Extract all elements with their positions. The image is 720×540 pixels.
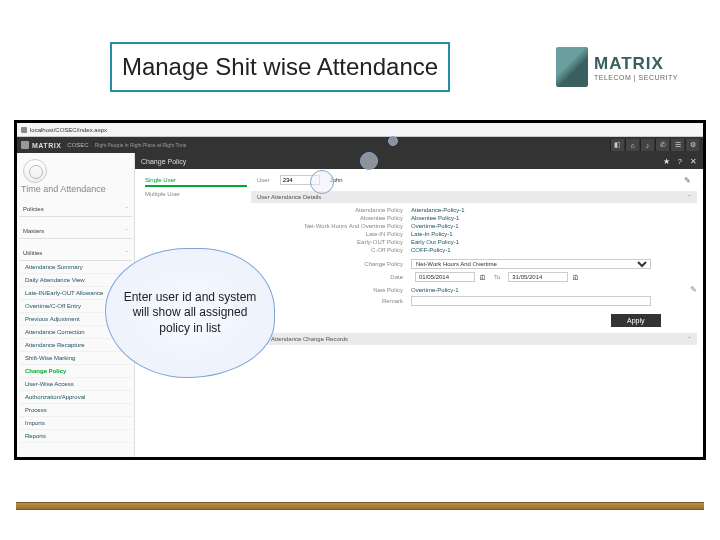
url-bar[interactable]: localhost/COSEC/index.aspx — [17, 123, 703, 137]
topbar-icon-bell[interactable]: ♪ — [640, 139, 654, 151]
nav-section-masters[interactable]: Masters˅ — [19, 225, 132, 239]
nav-item[interactable]: Process — [19, 404, 132, 417]
logo-sub: TELECOM | SECURITY — [594, 74, 678, 81]
panel-close-icon[interactable]: ✕ — [690, 157, 697, 166]
chevron-down-icon: ˅ — [688, 336, 691, 343]
nav-item[interactable]: Authorization/Approval — [19, 391, 132, 404]
panel-help-icon[interactable]: ? — [678, 157, 682, 166]
panel-header: Change Policy ★ ? ✕ — [135, 153, 703, 169]
footer-rule — [16, 502, 704, 510]
edit-icon[interactable]: ✎ — [690, 285, 697, 294]
chevron-down-icon: ˅ — [125, 206, 128, 213]
policy-value: Early Out Policy-1 — [411, 239, 459, 245]
panel-fav-icon[interactable]: ★ — [663, 157, 670, 166]
chevron-down-icon: ˅ — [125, 228, 128, 235]
policy-value: Late-In Policy-1 — [411, 231, 453, 237]
url-text: localhost/COSEC/index.aspx — [30, 127, 107, 133]
topbar-icon-menu[interactable]: ☰ — [670, 139, 684, 151]
callout-bubble-icon — [360, 152, 378, 170]
calendar-icon[interactable]: 🗓 — [572, 274, 579, 281]
nav-item[interactable]: Shift-Wise Marking — [19, 352, 132, 365]
nav-item-change-policy[interactable]: Change Policy — [19, 365, 132, 378]
records-header[interactable]: User Attendance Change Records ˅ — [251, 333, 697, 345]
topbar-icon-power[interactable]: ⚙ — [685, 139, 699, 151]
topbar-icon-home[interactable]: ⌂ — [625, 139, 639, 151]
date-to-input[interactable] — [508, 272, 568, 282]
nav-section-utilities[interactable]: Utilities˄ — [19, 247, 132, 261]
matrix-logo: MATRIX TELECOM | SECURITY — [556, 42, 696, 92]
top-bar: MATRIX COSEC Right People in Right Place… — [17, 137, 703, 153]
callout-cloud: Enter user id and system will show all a… — [105, 248, 275, 378]
date-from-input[interactable] — [415, 272, 475, 282]
product-name: COSEC — [67, 142, 88, 148]
slide-title: Manage Shit wise Attendance — [122, 53, 438, 81]
new-policy-value: Overtime-Policy-1 — [411, 287, 459, 293]
change-policy-select[interactable]: Net-Work Hours And Overtime — [411, 259, 651, 269]
module-icon — [23, 159, 47, 183]
calendar-icon[interactable]: 🗓 — [479, 274, 486, 281]
topbar-icon-phone[interactable]: ✆ — [655, 139, 669, 151]
topbar-icons: ◧ ⌂ ♪ ✆ ☰ ⚙ — [610, 139, 699, 151]
logo-main: MATRIX — [594, 54, 678, 74]
policy-value: Overtime-Policy-1 — [411, 223, 459, 229]
module-name: Time and Attendance — [21, 185, 106, 195]
tagline: Right People in Right Place at Right Tim… — [95, 142, 187, 148]
user-label: User — [257, 177, 270, 183]
chevron-up-icon: ˄ — [125, 250, 128, 257]
brand-mini-icon — [21, 141, 29, 149]
nav-item[interactable]: Attendance Summary — [19, 261, 132, 274]
remark-input[interactable] — [411, 296, 651, 306]
nav-item[interactable]: Reports — [19, 430, 132, 443]
tab-multiple-user[interactable]: Multiple User — [145, 191, 247, 197]
policy-value: Absentee Policy-1 — [411, 215, 459, 221]
panel-title: Change Policy — [141, 158, 186, 165]
callout-bubble-icon — [310, 170, 334, 194]
apply-button[interactable]: Apply — [611, 314, 661, 327]
callout-bubble-icon — [388, 136, 398, 146]
tab-single-user[interactable]: Single User — [145, 177, 247, 187]
topbar-icon-apps[interactable]: ◧ — [610, 139, 624, 151]
nav-item[interactable]: Imports — [19, 417, 132, 430]
callout-pointer — [270, 160, 340, 210]
lock-icon — [21, 127, 27, 133]
user-edit-icon[interactable]: ✎ — [684, 176, 691, 185]
brand: MATRIX — [21, 141, 61, 149]
matrix-logo-icon — [556, 47, 588, 87]
policy-value: COFF-Policy-1 — [411, 247, 451, 253]
chevron-up-icon: ˄ — [688, 194, 691, 201]
callout-text: Enter user id and system will show all a… — [116, 290, 264, 337]
policy-value: Attendance-Policy-1 — [411, 207, 465, 213]
nav-item[interactable]: User-Wise Access — [19, 378, 132, 391]
nav-section-policies[interactable]: Policies˅ — [19, 203, 132, 217]
slide-title-box: Manage Shit wise Attendance — [110, 42, 450, 92]
